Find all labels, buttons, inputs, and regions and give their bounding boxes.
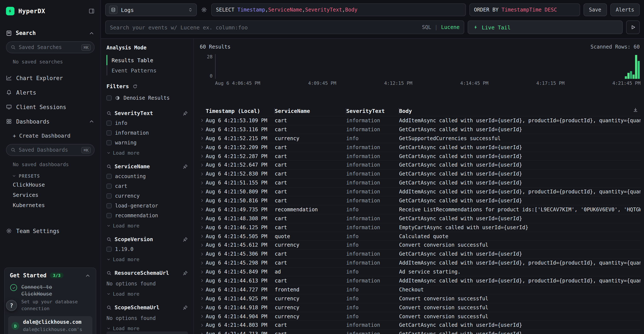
expand-row-icon[interactable] bbox=[200, 252, 206, 256]
chart-plot[interactable] bbox=[215, 54, 640, 79]
checkbox[interactable] bbox=[106, 203, 112, 208]
filter-option[interactable]: 1.19.0 bbox=[106, 246, 188, 252]
expand-row-icon[interactable] bbox=[200, 260, 206, 265]
saved-searches-input[interactable] bbox=[19, 44, 78, 50]
source-select[interactable]: Logs bbox=[105, 4, 197, 16]
mode-lucene-toggle[interactable]: Lucene bbox=[441, 24, 460, 30]
chevron-up-icon[interactable] bbox=[85, 272, 91, 278]
filter-option[interactable]: info bbox=[106, 120, 188, 126]
event-searchbox[interactable]: SQL | Lucene bbox=[105, 20, 464, 34]
log-row[interactable]: Aug 6 4:21:50.816 PMcartinformationGetCa… bbox=[200, 196, 640, 205]
get-started-step-account[interactable]: D dale@clickhouse.com dale@clickhouse.co… bbox=[8, 316, 92, 334]
tab-event-patterns[interactable]: Event Patterns bbox=[106, 65, 188, 76]
preset-clickhouse[interactable]: ClickHouse bbox=[6, 179, 94, 190]
filter-option[interactable]: accounting bbox=[106, 174, 188, 179]
checkbox[interactable] bbox=[106, 140, 112, 145]
log-row[interactable]: Aug 6 4:21:44.918 PMcurrencyinfoConvert … bbox=[200, 303, 640, 312]
expand-row-icon[interactable] bbox=[200, 278, 206, 283]
log-row[interactable]: Aug 6 4:21:44.713 PMcartinformationGetCa… bbox=[200, 330, 640, 334]
expand-row-icon[interactable] bbox=[200, 225, 206, 230]
log-row[interactable]: Aug 6 4:21:44.904 PMcurrencyinfoConvert … bbox=[200, 312, 640, 320]
sidebar-item-team-settings[interactable]: Team Settings bbox=[6, 224, 94, 238]
filter-option[interactable]: recommendation bbox=[106, 212, 188, 218]
sidebar-item-client-sessions[interactable]: Client Sessions bbox=[6, 100, 94, 114]
log-row[interactable]: Aug 6 4:21:51.155 PMcartinformationGetCa… bbox=[200, 178, 640, 187]
pin-icon[interactable] bbox=[183, 164, 188, 169]
col-header-severitytext[interactable]: SeverityText bbox=[346, 108, 399, 114]
pin-icon[interactable] bbox=[183, 110, 188, 116]
event-search-input[interactable] bbox=[110, 24, 418, 30]
log-row[interactable]: Aug 6 4:21:45.306 PMcartinformationGetCa… bbox=[200, 250, 640, 258]
filter-option[interactable]: currency bbox=[106, 193, 188, 199]
checkbox[interactable] bbox=[106, 120, 112, 126]
filter-option[interactable]: load-generator bbox=[106, 203, 188, 209]
denoise-results-toggle[interactable]: Denoise Results bbox=[106, 95, 188, 101]
sidebar-item-dashboards[interactable]: Dashboards bbox=[6, 114, 94, 129]
saved-dashboards-input[interactable] bbox=[19, 147, 78, 153]
expand-row-icon[interactable] bbox=[200, 216, 206, 221]
log-row[interactable]: Aug 6 4:21:53.109 PMcartinformationAddIt… bbox=[200, 116, 640, 125]
col-header-servicename[interactable]: ServiceName bbox=[275, 108, 346, 114]
pin-icon[interactable] bbox=[183, 270, 188, 276]
expand-row-icon[interactable] bbox=[200, 234, 206, 238]
order-by-editor[interactable]: ORDER BY TimestampTime DESC bbox=[469, 4, 580, 16]
expand-row-icon[interactable] bbox=[200, 296, 206, 301]
preset-services[interactable]: Services bbox=[6, 190, 94, 200]
log-row[interactable]: Aug 6 4:21:45.612 PMcurrencyinfoConvert … bbox=[200, 240, 640, 250]
expand-row-icon[interactable] bbox=[200, 163, 206, 168]
log-row[interactable]: Aug 6 4:21:45.298 PMcartinformationAddIt… bbox=[200, 258, 640, 267]
run-query-button[interactable] bbox=[626, 20, 640, 34]
col-header-body[interactable]: Body bbox=[399, 108, 629, 114]
collapse-sidebar-icon[interactable] bbox=[88, 8, 94, 14]
expand-row-icon[interactable] bbox=[200, 172, 206, 176]
checkbox[interactable] bbox=[106, 194, 112, 198]
log-row[interactable]: Aug 6 4:21:52.647 PMcartinformationGetCa… bbox=[200, 160, 640, 169]
refresh-icon[interactable] bbox=[132, 84, 137, 89]
checkbox[interactable] bbox=[106, 247, 112, 252]
expand-row-icon[interactable] bbox=[200, 323, 206, 328]
pin-icon[interactable] bbox=[183, 237, 188, 242]
log-row[interactable]: Aug 6 4:21:52.215 PMcurrencyinfoGetSuppo… bbox=[200, 134, 640, 143]
checkbox[interactable] bbox=[106, 184, 112, 189]
log-row[interactable]: Aug 6 4:21:44.803 PMcartinformationGetCa… bbox=[200, 320, 640, 330]
log-row[interactable]: Aug 6 4:21:46.125 PMcartinformationEmpty… bbox=[200, 222, 640, 232]
expand-row-icon[interactable] bbox=[200, 243, 206, 248]
sidebar-item-search[interactable]: Search bbox=[6, 30, 94, 36]
sidebar-item-alerts[interactable]: Alerts bbox=[6, 85, 94, 100]
log-row[interactable]: Aug 6 4:21:44.925 PMcurrencyinfoConvert … bbox=[200, 294, 640, 303]
load-more-button[interactable]: Load more bbox=[106, 256, 188, 262]
expand-row-icon[interactable] bbox=[200, 207, 206, 212]
log-row[interactable]: Aug 6 4:21:52.209 PMcartinformationGetCa… bbox=[200, 142, 640, 152]
checkbox[interactable] bbox=[106, 213, 112, 218]
log-row[interactable]: Aug 6 4:21:48.308 PMcartinformationGetCa… bbox=[200, 214, 640, 223]
log-row[interactable]: Aug 6 4:21:44.727 PMfrontendinfoCheckout bbox=[200, 285, 640, 294]
saved-dashboards-searchbox[interactable]: ⌘K bbox=[6, 144, 94, 156]
log-row[interactable]: Aug 6 4:21:50.809 PMcartinformationAddIt… bbox=[200, 187, 640, 196]
sidebar-item-chart-explorer[interactable]: Chart Explorer bbox=[6, 71, 94, 85]
expand-row-icon[interactable] bbox=[200, 270, 206, 274]
download-icon[interactable] bbox=[633, 107, 638, 112]
log-row[interactable]: Aug 6 4:21:52.830 PMcartinformationGetCa… bbox=[200, 169, 640, 178]
expand-row-icon[interactable] bbox=[200, 189, 206, 194]
expand-row-icon[interactable] bbox=[200, 145, 206, 150]
expand-row-icon[interactable] bbox=[200, 154, 206, 158]
preset-kubernetes[interactable]: Kubernetes bbox=[6, 200, 94, 210]
expand-row-icon[interactable] bbox=[200, 305, 206, 310]
filter-option[interactable]: cart bbox=[106, 183, 188, 189]
expand-row-icon[interactable] bbox=[200, 287, 206, 292]
load-more-button[interactable]: Load more bbox=[106, 291, 188, 297]
expand-row-icon[interactable] bbox=[200, 136, 206, 140]
mode-sql-toggle[interactable]: SQL bbox=[422, 24, 431, 30]
log-row[interactable]: Aug 6 4:21:53.116 PMcartinformationGetCa… bbox=[200, 125, 640, 134]
load-more-button[interactable]: Load more bbox=[106, 326, 188, 332]
live-tail-button[interactable]: Live Tail bbox=[468, 20, 623, 34]
log-row[interactable]: Aug 6 4:21:52.287 PMcartinformationGetCa… bbox=[200, 152, 640, 160]
get-started-header[interactable]: Get Started 3/3 bbox=[10, 272, 91, 278]
create-dashboard-button[interactable]: + Create Dashboard bbox=[6, 130, 94, 142]
presets-header[interactable]: PRESETS bbox=[12, 174, 94, 178]
expand-row-icon[interactable] bbox=[200, 314, 206, 319]
alerts-button[interactable]: Alerts bbox=[610, 4, 640, 16]
sql-select-editor[interactable]: SELECTTimestamp,ServiceName,SeverityText… bbox=[211, 4, 466, 16]
checkbox[interactable] bbox=[106, 96, 112, 100]
source-settings-gear-icon[interactable] bbox=[200, 7, 208, 13]
